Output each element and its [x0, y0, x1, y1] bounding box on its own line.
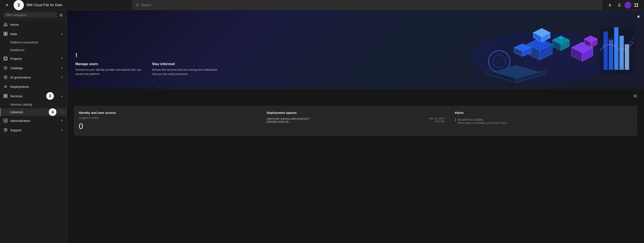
sidebar-item-data-label: Data [10, 32, 58, 36]
info-cards-row: Identity and user access Logged in users… [74, 106, 637, 136]
svg-rect-12 [4, 57, 6, 60]
main-section: Identity and user access Logged in users… [67, 89, 644, 243]
hero-card-stay-informed-link[interactable]: → [152, 78, 155, 82]
grid-menu-button[interactable] [632, 1, 640, 9]
projects-chevron-icon: ▼ [61, 57, 63, 60]
sidebar-item-instances[interactable]: Instances 4 ▷ [0, 108, 67, 116]
sidebar-item-support-label: Support [10, 128, 58, 132]
deployment-space-row: openscale-express-path-preprod-00000000-… [267, 116, 444, 124]
svg-rect-17 [6, 96, 7, 98]
settings-icon-button[interactable] [633, 94, 637, 99]
hero-card-manage-users-text: Connect to your identity provider and sp… [76, 68, 144, 76]
support-chevron-icon: ▼ [61, 129, 63, 132]
hero-close-button[interactable]: ▲ [636, 14, 640, 18]
catalogs-icon [4, 66, 8, 70]
info-circle-icon: ℹ [455, 118, 456, 122]
sidebar-item-services-label: Services [10, 94, 49, 98]
svg-rect-4 [637, 3, 638, 5]
hero-card-manage-users: Manage users Connect to your identity pr… [76, 62, 144, 82]
deployments-icon [4, 84, 8, 89]
deployment-space-name: openscale-express-path-preprod-00000000-… [267, 117, 309, 123]
hero-card-stay-informed-text: Monitor the services that are running an… [152, 68, 220, 76]
sidebar-item-projects[interactable]: Projects ▼ [0, 54, 67, 63]
sidebar-item-administration-label: Administration [10, 119, 58, 123]
arrow-right-icon: → [152, 78, 155, 82]
data-chevron-icon: ▲ [61, 32, 63, 35]
sidebar-item-home[interactable]: Home [0, 20, 67, 29]
catalogs-chevron-icon: ▼ [61, 66, 63, 69]
hero-card-stay-informed-title: Stay informed [152, 62, 220, 66]
step-2-badge: 2 [14, 0, 24, 10]
search-input[interactable] [141, 3, 599, 7]
top-nav-left: ✕ 2 IBM Cloud Pak for Data [0, 0, 132, 10]
sidebar-item-services-catalog[interactable]: Services catalog [0, 101, 67, 108]
sidebar-item-ai-governance[interactable]: AI governance ▼ [0, 73, 67, 82]
hero-card-stay-informed: Stay informed Monitor the services that … [152, 62, 220, 82]
sidebar-item-platform-connections-label: Platform connections [10, 41, 38, 44]
hero-cards: Manage users Connect to your identity pr… [76, 62, 644, 82]
content-area: ▲ ! Manage users Connect to your identit… [67, 10, 644, 243]
top-navigation: ✕ 2 IBM Cloud Pak for Data [0, 0, 644, 10]
sidebar-item-support[interactable]: Support ▼ [0, 125, 67, 135]
sidebar-item-databases[interactable]: Databases [0, 46, 67, 54]
administration-chevron-icon: ▼ [61, 119, 63, 122]
svg-rect-8 [6, 32, 7, 34]
avatar[interactable] [624, 2, 631, 8]
svg-point-58 [635, 96, 636, 97]
hero-banner: ▲ ! Manage users Connect to your identit… [67, 10, 644, 89]
filter-navigation-input[interactable] [4, 12, 57, 18]
svg-rect-1 [608, 6, 612, 6]
svg-rect-16 [4, 96, 5, 98]
hero-card-manage-users-title: Manage users [76, 62, 144, 66]
sidebar-item-catalogs[interactable]: Catalogs ▼ [0, 63, 67, 73]
upgrade-icon-button[interactable] [606, 1, 614, 9]
sidebar-item-administration[interactable]: Administration ▼ [0, 116, 67, 125]
data-icon [4, 32, 8, 36]
deployment-spaces-card: Deployment spaces openscale-express-path… [262, 106, 449, 136]
cursor-indicator: ▷ [62, 111, 64, 114]
app-title: IBM Cloud Pak for Data [26, 3, 62, 7]
sidebar-item-services[interactable]: Services 3 ▲ [0, 91, 67, 101]
deployment-spaces-title: Deployment spaces [267, 111, 444, 114]
section-header [74, 94, 637, 99]
notifications-button[interactable] [615, 1, 624, 9]
projects-icon [4, 56, 8, 61]
identity-user-access-card: Identity and user access Logged in users… [74, 106, 261, 136]
sidebar-item-databases-label: Databases [10, 48, 24, 52]
sidebar-filter-area: ⊟ [0, 10, 67, 20]
close-nav-button[interactable]: ✕ [4, 2, 10, 8]
ai-governance-icon [4, 75, 8, 79]
alerts-card: Alerts ℹ No alerts to display. When data… [450, 106, 637, 136]
sidebar-item-data[interactable]: Data ▲ [0, 29, 67, 38]
svg-rect-14 [4, 94, 5, 96]
sidebar-item-services-catalog-label: Services catalog [10, 103, 32, 106]
sidebar-item-ai-governance-label: AI governance [10, 75, 58, 79]
step-4-badge: 4 [49, 108, 56, 116]
services-icon [4, 94, 8, 98]
svg-rect-3 [635, 3, 636, 5]
home-icon [4, 22, 8, 27]
identity-user-access-title: Identity and user access [79, 111, 256, 114]
sidebar-item-home-label: Home [10, 23, 63, 26]
collapse-sidebar-icon[interactable]: ⊟ [59, 12, 63, 18]
svg-point-40 [559, 36, 563, 39]
administration-icon [4, 119, 8, 123]
main-layout: ⊟ Home Data ▲ [0, 10, 644, 243]
svg-rect-2 [610, 4, 610, 6]
svg-rect-15 [6, 94, 7, 96]
sidebar-item-platform-connections[interactable]: Platform connections [0, 38, 67, 46]
hero-content: ! Manage users Connect to your identity … [76, 52, 644, 82]
sidebar-item-projects-label: Projects [10, 57, 58, 60]
svg-rect-5 [635, 5, 636, 7]
ai-governance-chevron-icon: ▼ [61, 76, 63, 79]
top-nav-right [602, 1, 644, 9]
support-icon [4, 128, 8, 132]
no-alerts-message: ℹ No alerts to display. When data is ava… [455, 118, 632, 124]
step-3-badge: 3 [46, 92, 54, 100]
sidebar-item-deployments[interactable]: Deployments [0, 82, 67, 91]
sidebar-item-catalogs-label: Catalogs [10, 66, 58, 70]
svg-rect-7 [4, 32, 5, 34]
search-area[interactable] [132, 0, 602, 10]
no-alerts-text: No alerts to display. [458, 118, 508, 121]
alerts-title: Alerts [455, 111, 632, 114]
